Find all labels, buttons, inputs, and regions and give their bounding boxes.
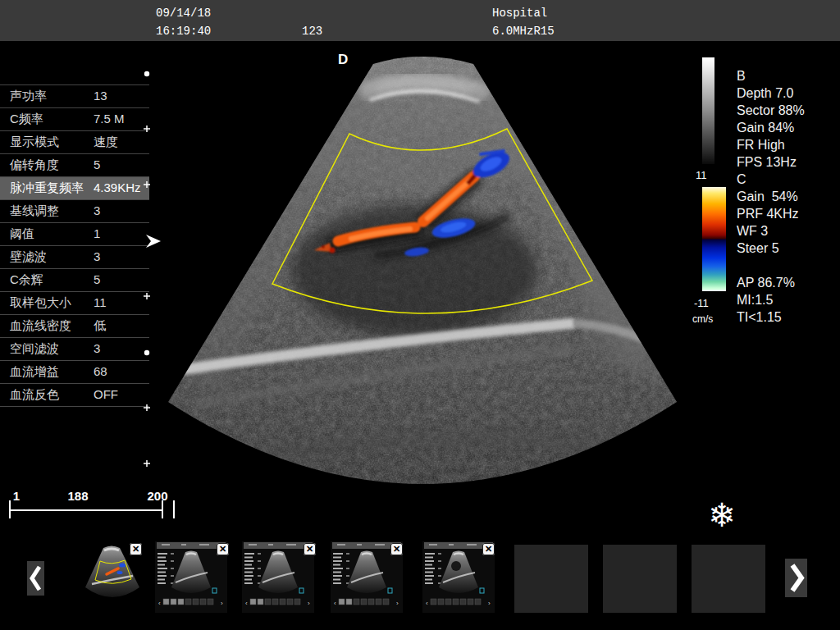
thumbnails-scroll-right-button[interactable] bbox=[785, 559, 807, 597]
cine-start-label: 1 bbox=[13, 489, 20, 503]
velocity-max: 11 bbox=[696, 169, 728, 181]
chevron-right-icon bbox=[785, 559, 807, 597]
thumbnail-empty-slot bbox=[514, 545, 588, 613]
c-steer: Steer 5 bbox=[737, 240, 805, 257]
c-wall-filter: WF 3 bbox=[737, 222, 805, 240]
grayscale-bar bbox=[702, 57, 714, 164]
b-sector: Sector 88% bbox=[737, 102, 805, 119]
thumbnails-scroll-left-button[interactable] bbox=[27, 561, 44, 596]
cine-current-label: 188 bbox=[67, 489, 88, 503]
thumbnail-close-button[interactable]: ✕ bbox=[217, 543, 229, 555]
svg-text:›: › bbox=[396, 600, 399, 607]
color-velocity-bar bbox=[702, 187, 726, 291]
b-mode-sector-image bbox=[123, 33, 746, 558]
mode-readouts: B Depth 7.0 Sector 88% Gain 84% FR High … bbox=[737, 67, 805, 326]
c-gain: Gain 54% bbox=[737, 188, 805, 205]
b-mode-title: B bbox=[737, 67, 805, 84]
thumbnail-close-button[interactable]: ✕ bbox=[482, 543, 495, 555]
cine-end-label: 200 bbox=[147, 489, 167, 503]
b-fps: FPS 13Hz bbox=[737, 153, 805, 171]
c-prf: PRF 4KHz bbox=[737, 205, 805, 222]
c-mode-title: C bbox=[737, 171, 805, 188]
thumbnail-empty-slot bbox=[603, 545, 677, 613]
velocity-unit: cm/s bbox=[692, 313, 725, 325]
svg-text:›: › bbox=[221, 600, 223, 607]
svg-text:›: › bbox=[308, 600, 310, 607]
mi-readout: MI:1.5 bbox=[737, 291, 805, 308]
focus-cursor-arrow bbox=[146, 235, 161, 248]
b-gain: Gain 84% bbox=[737, 119, 805, 136]
acoustic-power-readout: AP 86.7% bbox=[737, 274, 805, 291]
thumbnail-empty-slot bbox=[692, 545, 765, 613]
svg-text:‹: ‹ bbox=[158, 600, 161, 607]
ultrasound-screen: 09/14/18 16:19:40 123 Hospital 6.0MHzR15… bbox=[0, 0, 840, 630]
svg-text:›: › bbox=[488, 600, 491, 607]
thumbnail-close-button[interactable]: ✕ bbox=[390, 543, 403, 555]
velocity-min: -11 bbox=[694, 297, 727, 309]
orientation-marker: D bbox=[338, 52, 348, 67]
freeze-snowflake-icon: ❄ bbox=[708, 496, 736, 534]
depth-scale bbox=[144, 71, 150, 467]
svg-text:‹: ‹ bbox=[245, 600, 248, 607]
chevron-left-icon bbox=[27, 561, 44, 596]
thumbnail-close-button[interactable]: ✕ bbox=[130, 543, 142, 555]
b-frame-rate: FR High bbox=[737, 136, 805, 153]
cine-ruler: 1 188 200 bbox=[10, 489, 174, 518]
b-depth: Depth 7.0 bbox=[737, 84, 805, 102]
svg-text:‹: ‹ bbox=[426, 600, 428, 607]
ti-readout: TI<1.15 bbox=[737, 308, 805, 326]
svg-text:‹: ‹ bbox=[334, 600, 336, 607]
thumbnail-close-button[interactable]: ✕ bbox=[304, 543, 316, 555]
